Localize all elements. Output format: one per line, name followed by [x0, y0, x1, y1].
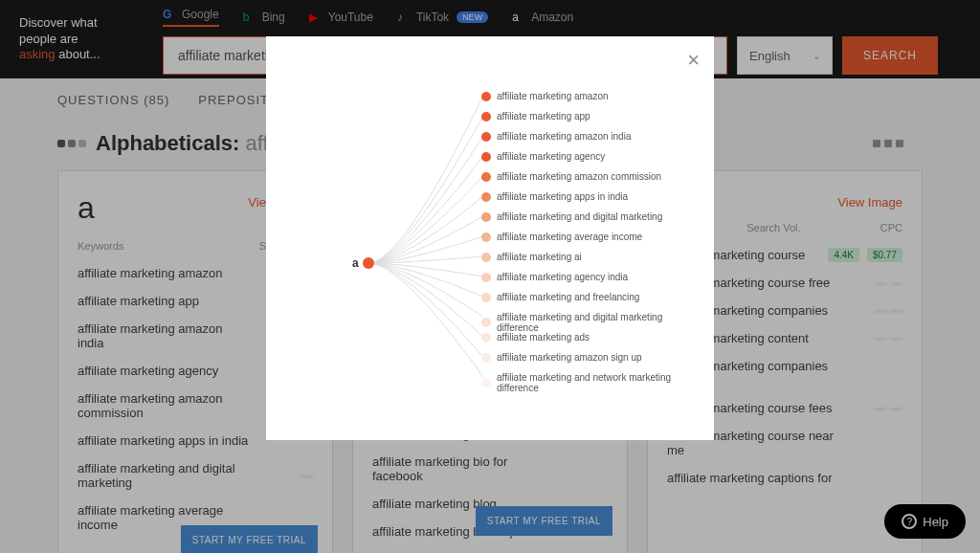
branch-node[interactable]: affiliate marketing and digital marketin…: [481, 211, 662, 222]
branch-node[interactable]: affiliate marketing agency india: [481, 272, 628, 282]
branch-node[interactable]: affiliate marketing ads: [481, 332, 590, 343]
branch-label: affiliate marketing and network marketin…: [497, 372, 685, 393]
branch-label: affiliate marketing ads: [497, 332, 590, 343]
branch-label: affiliate marketing and freelancing: [497, 292, 639, 302]
branch-node[interactable]: affiliate marketing agency: [481, 151, 605, 162]
branch-dot-icon: [481, 318, 491, 327]
branch-label: affiliate marketing and digital marketin…: [497, 211, 662, 222]
branch-label: affiliate marketing amazon sign up: [497, 352, 642, 363]
branch-dot-icon: [481, 232, 491, 242]
center-dot-icon: [363, 257, 374, 269]
branch-dot-icon: [481, 333, 491, 343]
visualization-modal: × a affiliate marketing amazonaffiliate …: [266, 36, 714, 440]
branch-label: affiliate marketing amazon india: [497, 131, 631, 142]
branch-dot-icon: [481, 253, 491, 262]
branch-node[interactable]: affiliate marketing apps in india: [481, 191, 628, 202]
branch-node[interactable]: affiliate marketing ai: [481, 252, 582, 262]
branch-node[interactable]: affiliate marketing average income: [481, 232, 642, 242]
branch-dot-icon: [481, 192, 491, 202]
branch-lines: [364, 65, 488, 409]
branch-node[interactable]: affiliate marketing and network marketin…: [481, 372, 685, 393]
branch-node[interactable]: affiliate marketing amazon: [481, 91, 609, 101]
branch-label: affiliate marketing app: [497, 111, 590, 122]
branch-dot-icon: [481, 212, 491, 222]
close-icon[interactable]: ×: [687, 48, 700, 73]
branch-label: affiliate marketing ai: [497, 252, 582, 262]
branch-dot-icon: [481, 293, 491, 302]
branch-label: affiliate marketing agency india: [497, 272, 628, 282]
branch-label: affiliate marketing amazon: [497, 91, 609, 101]
branch-node[interactable]: affiliate marketing amazon india: [481, 131, 631, 142]
branch-label: affiliate marketing and digital marketin…: [497, 312, 685, 333]
center-label: a: [352, 256, 359, 270]
branch-dot-icon: [481, 378, 491, 387]
branch-label: affiliate marketing amazon commission: [497, 171, 661, 182]
branch-node[interactable]: affiliate marketing app: [481, 111, 590, 122]
branch-dot-icon: [481, 273, 491, 282]
branch-dot-icon: [481, 172, 491, 182]
branch-label: affiliate marketing agency: [497, 151, 605, 162]
branch-dot-icon: [481, 92, 491, 101]
branch-node[interactable]: affiliate marketing amazon commission: [481, 171, 661, 182]
radial-visualization: a affiliate marketing amazonaffiliate ma…: [295, 65, 685, 411]
branch-dot-icon: [481, 112, 491, 122]
branch-dot-icon: [481, 353, 491, 363]
branch-node[interactable]: affiliate marketing and freelancing: [481, 292, 639, 302]
branch-label: affiliate marketing apps in india: [497, 191, 628, 202]
branch-dot-icon: [481, 132, 491, 142]
branch-label: affiliate marketing average income: [497, 232, 642, 242]
center-node[interactable]: a: [352, 256, 374, 270]
branch-node[interactable]: affiliate marketing and digital marketin…: [481, 312, 685, 333]
branch-node[interactable]: affiliate marketing amazon sign up: [481, 352, 642, 363]
branch-dot-icon: [481, 152, 491, 162]
